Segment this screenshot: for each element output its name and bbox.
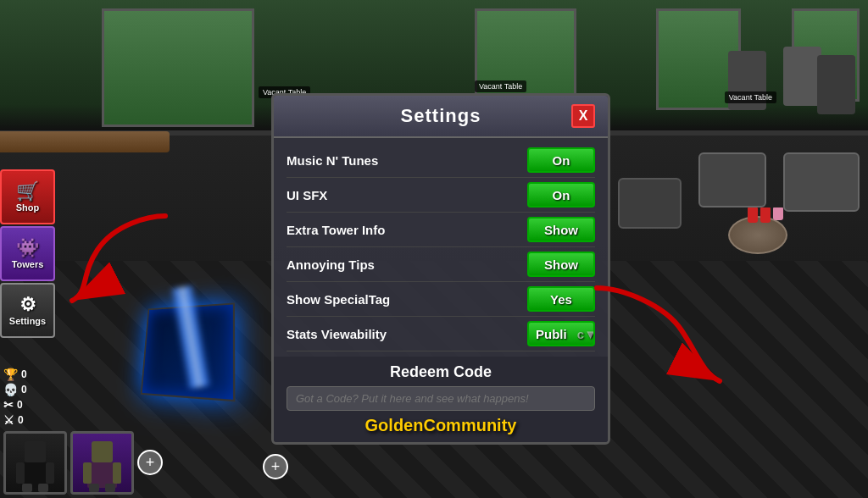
couch-2: [698, 152, 766, 208]
svg-rect-11: [105, 484, 115, 492]
redeem-title: Redeem Code: [287, 363, 595, 381]
redeem-code-display: GoldenCommunity: [287, 416, 595, 435]
extra-tower-label: Extra Tower Info: [287, 223, 385, 237]
ui-sfx-label: UI SFX: [287, 188, 327, 202]
shop-button[interactable]: 🛒 Shop: [0, 169, 55, 224]
modal-header: Settings X: [274, 96, 608, 138]
towers-label: Towers: [12, 259, 44, 269]
sword-icon: ⚔: [3, 413, 14, 427]
shop-icon: 🛒: [16, 182, 39, 201]
add-player-1-container: +: [137, 431, 163, 495]
setting-row-ui-sfx: UI SFX On: [287, 178, 595, 213]
vacant-table-label-3: Vacant Table: [725, 91, 776, 103]
modal-title: Settings: [310, 105, 571, 127]
couch-3: [618, 178, 682, 229]
svg-rect-0: [25, 441, 46, 462]
scissors-icon: ✂: [3, 398, 14, 412]
add-player-button-2[interactable]: +: [263, 454, 288, 479]
music-tunes-toggle[interactable]: On: [527, 147, 595, 173]
svg-rect-5: [38, 484, 48, 492]
avatar-frame-2: [70, 431, 134, 495]
svg-rect-10: [89, 484, 99, 492]
red-cup: [748, 208, 758, 223]
avatar-figure-1: [12, 437, 58, 492]
svg-rect-8: [83, 462, 92, 484]
redeem-section: Redeem Code GoldenCommunity: [274, 357, 608, 442]
stat-skull: 💀 0: [3, 383, 27, 396]
skull-icon: 💀: [3, 383, 18, 396]
stats-viewability-toggle[interactable]: Publi c▼: [527, 321, 595, 346]
modal-close-button[interactable]: X: [571, 104, 595, 128]
svg-rect-2: [16, 462, 25, 484]
add-player-button-1[interactable]: +: [137, 450, 163, 475]
stat-scissors: ✂ 0: [3, 398, 27, 412]
annoying-tips-toggle[interactable]: Show: [527, 252, 595, 277]
stats-viewability-cut: c▼: [577, 327, 595, 341]
stats-viewability-value: Publi: [536, 327, 567, 341]
stats-panel: 🏆 0 💀 0 ✂ 0 ⚔ 0: [0, 364, 31, 430]
bg-figure-2: [783, 47, 821, 106]
music-tunes-label: Music N' Tunes: [287, 153, 378, 168]
svg-rect-9: [113, 462, 121, 484]
red-cup-2: [760, 208, 771, 223]
avatar-figure-2: [79, 437, 125, 492]
setting-row-annoying-tips: Annoying Tips Show: [287, 247, 595, 282]
svg-rect-3: [46, 462, 54, 484]
special-tag-label: Show SpecialTag: [287, 292, 390, 307]
shop-label: Shop: [16, 202, 40, 213]
add-player-button-2-container: +: [263, 454, 288, 479]
towers-button[interactable]: 👾 Towers: [0, 226, 55, 281]
settings-button[interactable]: ⚙ Settings: [0, 283, 55, 338]
setting-row-special-tag: Show SpecialTag Yes: [287, 282, 595, 317]
settings-rows: Music N' Tunes On UI SFX On Extra Tower …: [274, 138, 608, 357]
settings-label: Settings: [9, 316, 46, 326]
pink-cup: [773, 208, 783, 220]
setting-row-stats-viewability: Stats Viewability Publi c▼: [287, 317, 595, 351]
svg-rect-4: [22, 484, 32, 492]
vacant-table-label-2: Vacant Table: [475, 80, 526, 92]
settings-icon: ⚙: [19, 296, 36, 314]
trophy-value: 0: [21, 368, 27, 380]
player-avatars: +: [0, 428, 166, 498]
avatar-frame-1: [3, 431, 67, 495]
left-sidebar: 🛒 Shop 👾 Towers ⚙ Settings: [0, 169, 59, 338]
sword-value: 0: [18, 414, 24, 426]
svg-rect-6: [92, 441, 113, 462]
setting-row-extra-tower: Extra Tower Info Show: [287, 213, 595, 247]
window-pane-left: [102, 8, 254, 127]
wood-shelf: [0, 131, 170, 152]
special-tag-toggle[interactable]: Yes: [527, 286, 595, 312]
stat-sword: ⚔ 0: [3, 413, 27, 427]
annoying-tips-label: Annoying Tips: [287, 257, 375, 272]
towers-icon: 👾: [16, 239, 39, 257]
settings-modal: Settings X Music N' Tunes On UI SFX On E…: [271, 93, 610, 445]
couch-1: [783, 152, 860, 212]
scissors-value: 0: [17, 399, 23, 411]
stat-trophy: 🏆 0: [3, 368, 27, 381]
stats-viewability-label: Stats Viewability: [287, 327, 387, 341]
skull-value: 0: [21, 384, 27, 396]
ui-sfx-toggle[interactable]: On: [527, 182, 595, 208]
table-items: [748, 208, 783, 223]
trophy-icon: 🏆: [3, 368, 18, 381]
bg-figure-3: [817, 55, 855, 114]
setting-row-music: Music N' Tunes On: [287, 143, 595, 178]
extra-tower-toggle[interactable]: Show: [527, 217, 595, 242]
redeem-code-input[interactable]: [287, 386, 595, 411]
